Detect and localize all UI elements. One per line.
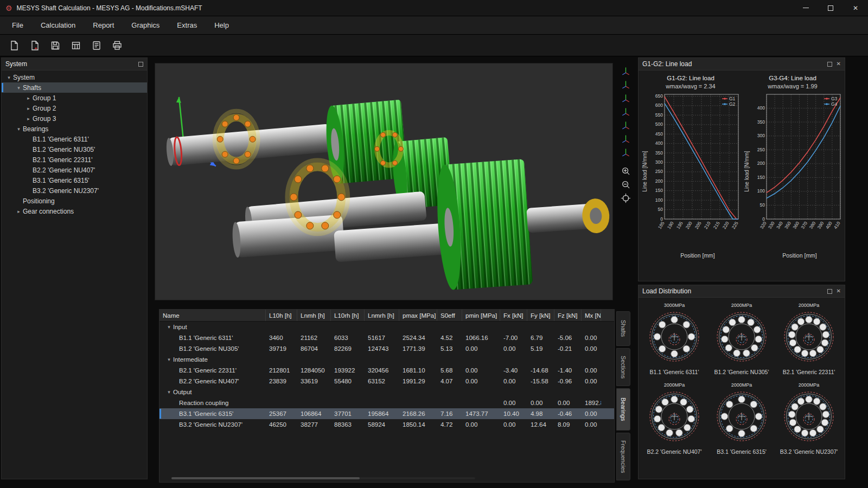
column-header-lnmh-h[interactable]: Lnmh [h] [297,310,331,321]
svg-text:200: 200 [684,221,693,230]
zoom-fit-button[interactable] [619,192,632,204]
menu-file[interactable]: File [3,16,32,34]
svg-text:215: 215 [712,221,720,230]
menu-extras[interactable]: Extras [168,16,206,34]
view-bottom-button[interactable] [619,145,632,157]
save-report-button[interactable] [88,37,105,54]
svg-text:150: 150 [757,175,764,180]
tree-item-b1-1-generic-6311[interactable]: B1.1 'Generic 6311' [2,134,147,144]
tree-item-group-1[interactable]: ▸Group 1 [2,93,147,103]
cell: 6033 [331,335,365,341]
column-header-mx-n[interactable]: Mx [N [582,310,601,321]
tree-arrow-icon[interactable]: ▾ [5,75,13,80]
row-expand-icon[interactable]: ▾ [165,324,173,330]
column-header-fx-kn[interactable]: Fx [kN] [500,310,527,321]
table-row-output[interactable]: ▾Output [159,387,614,397]
tree-item-shafts[interactable]: ▾Shafts [2,82,147,93]
tree-item-positioning[interactable]: Positioning [2,196,147,206]
column-header-s0eff[interactable]: S0eff [437,310,462,321]
save-file-button[interactable] [47,37,64,54]
result-tables-button[interactable] [67,37,85,54]
scrollbar-thumb[interactable] [171,477,360,479]
cell: -5.06 [554,335,582,341]
column-header-l10h-h[interactable]: L10h [h] [266,310,297,321]
3d-scene [155,63,612,300]
menu-graphics[interactable]: Graphics [123,16,168,34]
row-expand-icon[interactable]: ▾ [165,357,173,362]
table-row-b1-2-generic-nu305[interactable]: B1.2 'Generic NU305'39719867048226912474… [159,343,614,354]
table-row-reaction-coupling[interactable]: Reaction coupling0.000.000.001892.8 [159,397,614,408]
menu-help[interactable]: Help [206,16,238,34]
menu-report[interactable]: Report [84,16,123,34]
tree-item-bearings[interactable]: ▾Bearings [2,124,147,134]
close-button[interactable]: ✕ [843,0,868,16]
tree-arrow-icon[interactable]: ▾ [15,85,23,91]
tree-arrow-icon[interactable]: ▸ [24,116,33,121]
table-row-intermediate[interactable]: ▾Intermediate [159,354,614,365]
tree-item-system[interactable]: ▾System [2,72,147,82]
tree-item-label: Group 3 [33,115,56,123]
side-tabs: ShaftsSectionsBearingsFrequencies [616,311,630,480]
table-row-b3-1-generic-6315[interactable]: B3.1 'Generic 6315'253671068643770119586… [159,408,614,419]
svg-text:185: 185 [656,221,665,230]
column-header-name[interactable]: Name [159,310,266,321]
column-header-fy-kn[interactable]: Fy [kN] [527,310,554,321]
tree-item-b1-2-generic-nu305[interactable]: B1.2 'Generic NU305' [2,144,147,155]
tree-arrow-icon[interactable]: ▸ [15,209,23,214]
svg-text:210: 210 [703,221,711,230]
tree-item-b3-1-generic-6315[interactable]: B3.1 'Generic 6315' [2,175,147,185]
print-button[interactable] [108,37,126,54]
tab-frequencies[interactable]: Frequencies [616,433,630,480]
new-file-button[interactable] [5,37,23,54]
tree-item-b2-1-generic-22311[interactable]: B2.1 'Generic 22311' [2,155,147,165]
tree-item-group-2[interactable]: ▸Group 2 [2,103,147,113]
view-right-button[interactable] [619,118,632,130]
svg-text:2000MPa: 2000MPa [799,303,820,308]
view-left-button[interactable] [619,105,632,117]
zoom-in-button[interactable] [619,165,632,177]
view-top-button[interactable] [619,132,632,144]
float-panel-icon[interactable] [827,62,832,67]
view-front-button[interactable] [619,78,632,89]
cell: 63152 [365,378,399,384]
tab-sections[interactable]: Sections [616,348,630,386]
zoom-out-button[interactable] [619,178,632,190]
undock-panel-icon[interactable] [138,62,143,67]
tree-item-b2-2-generic-nu407[interactable]: B2.2 'Generic NU407' [2,165,147,175]
menu-calculation[interactable]: Calculation [32,16,84,34]
tree-item-group-3[interactable]: ▸Group 3 [2,113,147,124]
column-header-fz-kn[interactable]: Fz [kN] [554,310,582,321]
view-back-button[interactable] [619,91,632,103]
cell: 0.00 [582,367,601,374]
tree-arrow-icon[interactable]: ▸ [24,106,33,111]
table-row-b2-1-generic-22311[interactable]: B2.1 'Generic 22311'21280112840501939223… [159,365,614,376]
column-header-l10rh-h[interactable]: L10rh [h] [331,310,365,321]
table-h-scrollbar[interactable] [171,477,475,479]
open-file-button[interactable] [26,37,43,54]
table-row-b1-1-generic-6311[interactable]: B1.1 'Generic 6311'346021162603351617252… [159,332,614,343]
tree-arrow-icon[interactable]: ▸ [24,95,33,101]
cell: 5.19 [527,345,554,352]
float-panel-icon[interactable] [827,289,832,294]
titlebar[interactable]: ⚙ MESYS Shaft Calculation - MESYS AG - M… [0,0,868,16]
table-row-b3-2-generic-nu2307[interactable]: B3.2 'Generic NU2307'4625038277883635892… [159,419,614,430]
close-panel-icon[interactable]: ✕ [837,61,841,67]
maximize-button[interactable] [818,0,843,16]
view-iso-button[interactable] [619,64,632,76]
3d-viewport[interactable] [155,63,613,300]
cell: 195864 [365,410,399,417]
row-expand-icon[interactable]: ▾ [165,389,173,395]
tab-shafts[interactable]: Shafts [616,311,630,346]
minimize-button[interactable] [793,0,818,16]
cell: 0.00 [462,345,500,352]
column-header-lnmrh-h[interactable]: Lnmrh [h] [365,310,399,321]
column-header-pmin-mpa[interactable]: pmin [MPa] [462,310,500,321]
column-header-pmax-mpa[interactable]: pmax [MPa] [399,310,437,321]
tree-item-b3-2-generic-nu2307[interactable]: B3.2 'Generic NU2307' [2,185,147,196]
close-panel-icon[interactable]: ✕ [837,288,841,294]
table-row-b2-2-generic-nu407[interactable]: B2.2 'Generic NU407'23839336195548063152… [159,376,614,387]
tab-bearings[interactable]: Bearings [616,388,630,431]
table-row-input[interactable]: ▾Input [159,322,614,332]
tree-item-gear-connections[interactable]: ▸Gear connections [2,206,147,216]
tree-arrow-icon[interactable]: ▾ [15,126,23,132]
